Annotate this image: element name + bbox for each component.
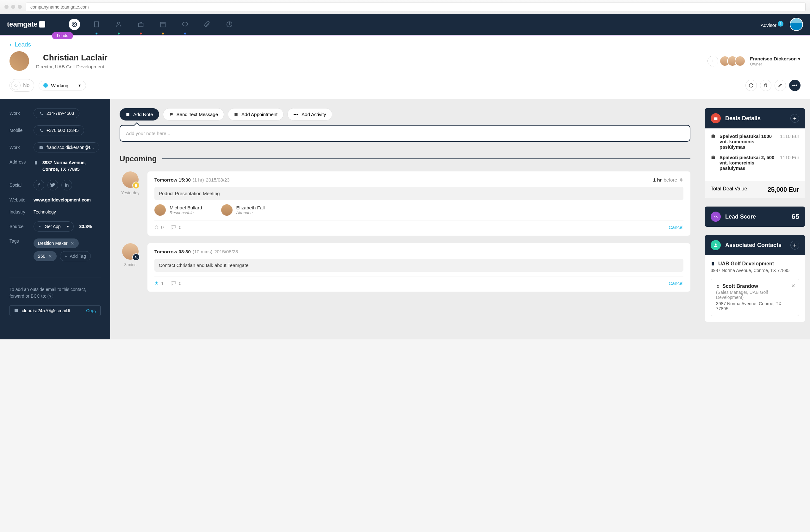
svg-rect-2 [94, 22, 98, 27]
send-text-button[interactable]: Send Text Message [163, 108, 224, 120]
star-toggle[interactable]: ☆ No [10, 79, 34, 92]
event-created-time: 3 mins [119, 262, 141, 267]
add-deal-button[interactable]: + [790, 114, 799, 123]
svg-point-5 [117, 22, 119, 24]
nav-chart-icon[interactable] [224, 19, 235, 30]
edit-button[interactable] [775, 80, 786, 91]
add-contact-button[interactable]: + [790, 241, 799, 250]
close-dot[interactable] [4, 5, 9, 9]
team-avatars[interactable] [723, 56, 745, 66]
company-name[interactable]: UAB Golf Development [711, 261, 799, 267]
facebook-icon[interactable]: f [34, 180, 44, 190]
twitter-icon[interactable] [47, 180, 58, 190]
score-title: Lead Score [725, 214, 756, 220]
remove-tag-icon[interactable]: ✕ [70, 241, 74, 246]
chevron-down-icon: ▼ [78, 83, 81, 87]
tag-pill[interactable]: Desition Maker✕ [34, 238, 79, 248]
delete-button[interactable] [760, 80, 772, 91]
event-person[interactable]: Michael BullardResponsable [155, 204, 202, 216]
linkedin-icon[interactable]: in [61, 180, 72, 190]
add-appointment-button[interactable]: Add Appointment [228, 108, 284, 120]
email-hint: To add an outside email to this contact,… [10, 277, 101, 300]
url-bar[interactable]: companyname.teamgate.com [26, 2, 806, 11]
right-panel: Deals Details + Spalvoti pieštukai 1000 … [700, 99, 810, 339]
more-button[interactable]: ••• [789, 80, 800, 91]
breadcrumb[interactable]: ‹ Leads [10, 41, 800, 48]
svg-rect-19 [712, 156, 715, 159]
event-time: Tomorrow 15:30 [155, 177, 191, 183]
cancel-button[interactable]: Cancel [668, 281, 683, 286]
nav-chat-icon[interactable] [179, 19, 191, 30]
nav-icons [69, 19, 235, 30]
nav-calendar-icon[interactable] [157, 19, 169, 30]
advisor-label[interactable]: Advisor1 [761, 21, 783, 28]
comments-count[interactable]: 0 [171, 280, 181, 286]
stars-count[interactable]: ★1 [155, 280, 164, 286]
owner-role: Owner [750, 62, 800, 66]
lead-avatar[interactable] [10, 51, 29, 71]
deal-row[interactable]: Spalvoti pieštukai 1000 vnt. komercinis … [711, 133, 799, 150]
svg-rect-14 [234, 113, 237, 116]
mobile-label: Mobile [10, 128, 28, 133]
nav-briefcase-icon[interactable] [135, 19, 146, 30]
mail-icon [14, 309, 19, 313]
event-row: Yesterday Tomorrow 15:30 (1 hr) 2015/08/… [119, 171, 691, 236]
website-link[interactable]: www.golfdevelopment.com [34, 197, 91, 202]
owner-name[interactable]: Francisco Dickerson [750, 56, 797, 61]
industry-label: Industry [10, 210, 28, 214]
event-card[interactable]: Tomorrow 15:30 (1 hr) 2015/08/23 1 hr be… [147, 171, 691, 236]
phone-badge-icon [132, 253, 140, 261]
work-phone-pill[interactable]: 214-789-4503 [34, 108, 79, 118]
star-icon: ☆ [155, 224, 159, 230]
stars-count[interactable]: ☆0 [155, 224, 164, 230]
event-description: Poduct Presentation Meeting [155, 187, 683, 200]
mobile-phone-pill[interactable]: +370 600 12345 [34, 125, 84, 135]
source-label: Source [10, 224, 28, 229]
note-input[interactable]: Add your note here... [119, 125, 691, 142]
comments-count[interactable]: 0 [171, 224, 181, 230]
window-controls [4, 5, 22, 9]
logo[interactable]: teamgate [7, 20, 45, 29]
company-address: 3987 Norma Avenue, Conroe, TX 77895 [711, 268, 799, 273]
add-note-button[interactable]: Add Note [119, 108, 159, 120]
email-pill[interactable]: francisco.dickerson@t... [34, 142, 99, 152]
nav-attachment-icon[interactable] [201, 19, 213, 30]
deal-row[interactable]: Spalvoti pieštukai 2, 500 vnt. komercini… [711, 155, 799, 171]
remove-contact-icon[interactable]: ✕ [791, 283, 795, 289]
add-owner-button[interactable]: + [708, 56, 718, 66]
refresh-button[interactable] [745, 80, 757, 91]
calendar-icon [234, 112, 238, 117]
event-duration: (1 hr) [193, 177, 204, 183]
add-activity-button[interactable]: ••• Add Activity [287, 108, 332, 120]
maximize-dot[interactable] [18, 5, 22, 9]
source-dropdown[interactable]: Get App ▼ [34, 221, 74, 232]
source-pct: 33.3% [79, 224, 92, 229]
status-label: Working [51, 83, 68, 88]
event-person[interactable]: Elizabeth FallAttendee [221, 204, 265, 216]
event-card[interactable]: Tomorrow 08:30 (10 mins) 2015/08/23 Cont… [147, 243, 691, 292]
reminder-label: before [664, 177, 677, 183]
nav-target-icon[interactable] [69, 19, 80, 30]
lead-score-card[interactable]: Lead Score 65 [705, 206, 805, 227]
add-tag-button[interactable]: +Add Tag [60, 251, 91, 261]
person-avatar [221, 204, 232, 216]
nav-building-icon[interactable] [91, 19, 102, 30]
copy-button[interactable]: Copy [86, 308, 97, 313]
status-dropdown[interactable]: Working ▼ [38, 81, 86, 90]
svg-rect-16 [135, 184, 137, 187]
owner-dropdown-icon[interactable]: ▾ [798, 56, 800, 61]
user-avatar[interactable] [790, 18, 803, 31]
forward-email-box: cloud+a24570@scmail.lt Copy [10, 305, 101, 316]
forward-email: cloud+a24570@scmail.lt [22, 308, 70, 313]
remove-tag-icon[interactable]: ✕ [48, 254, 52, 259]
contact-item[interactable]: ✕ Scott Brandow (Sales Manager, UAB Golf… [711, 279, 799, 316]
help-icon[interactable]: ? [47, 294, 53, 299]
tag-pill[interactable]: 250✕ [34, 251, 56, 261]
contacts-card: Associated Contacts + UAB Golf Developme… [705, 235, 805, 322]
nav-person-icon[interactable] [113, 19, 124, 30]
action-pills: Add Note Send Text Message Add Appointme… [119, 108, 691, 120]
bell-icon [679, 178, 683, 182]
minimize-dot[interactable] [11, 5, 15, 9]
contacts-title: Associated Contacts [725, 242, 781, 249]
cancel-button[interactable]: Cancel [668, 225, 683, 230]
